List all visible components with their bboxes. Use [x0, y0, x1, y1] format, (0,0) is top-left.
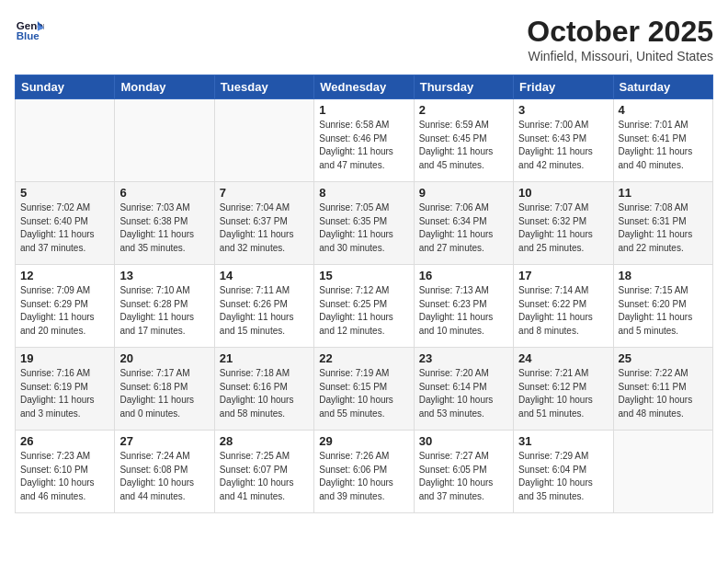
calendar-cell: 31Sunrise: 7:29 AM Sunset: 6:04 PM Dayli… [514, 431, 613, 513]
day-info: Sunrise: 7:01 AM Sunset: 6:41 PM Dayligh… [619, 119, 708, 172]
day-number: 18 [619, 269, 708, 282]
calendar-cell: 25Sunrise: 7:22 AM Sunset: 6:11 PM Dayli… [613, 348, 712, 431]
calendar-cell: 9Sunrise: 7:06 AM Sunset: 6:34 PM Daylig… [414, 182, 513, 265]
day-info: Sunrise: 6:59 AM Sunset: 6:45 PM Dayligh… [419, 119, 508, 172]
calendar-week-1: 1Sunrise: 6:58 AM Sunset: 6:46 PM Daylig… [16, 99, 713, 182]
day-number: 7 [220, 186, 309, 200]
day-info: Sunrise: 7:29 AM Sunset: 6:04 PM Dayligh… [518, 450, 608, 503]
weekday-header-sunday: Sunday [16, 75, 115, 99]
day-info: Sunrise: 6:58 AM Sunset: 6:46 PM Dayligh… [319, 119, 408, 172]
day-number: 11 [619, 186, 708, 200]
calendar-cell: 8Sunrise: 7:05 AM Sunset: 6:35 PM Daylig… [314, 182, 414, 265]
weekday-header-friday: Friday [514, 75, 613, 99]
calendar-cell: 23Sunrise: 7:20 AM Sunset: 6:14 PM Dayli… [414, 348, 513, 431]
day-info: Sunrise: 7:16 AM Sunset: 6:19 PM Dayligh… [20, 367, 109, 420]
day-number: 6 [119, 186, 209, 200]
calendar-cell: 22Sunrise: 7:19 AM Sunset: 6:15 PM Dayli… [314, 348, 414, 431]
day-number: 2 [419, 103, 508, 117]
day-info: Sunrise: 7:03 AM Sunset: 6:38 PM Dayligh… [119, 201, 209, 255]
day-info: Sunrise: 7:11 AM Sunset: 6:26 PM Dayligh… [220, 284, 309, 338]
day-info: Sunrise: 7:24 AM Sunset: 6:08 PM Dayligh… [119, 450, 209, 503]
calendar-table: SundayMondayTuesdayWednesdayThursdayFrid… [15, 75, 713, 513]
calendar-cell: 21Sunrise: 7:18 AM Sunset: 6:16 PM Dayli… [214, 348, 313, 431]
day-info: Sunrise: 7:26 AM Sunset: 6:06 PM Dayligh… [319, 450, 408, 503]
day-number: 25 [619, 351, 708, 365]
day-info: Sunrise: 7:04 AM Sunset: 6:37 PM Dayligh… [220, 201, 309, 255]
calendar-cell: 2Sunrise: 6:59 AM Sunset: 6:45 PM Daylig… [414, 99, 513, 182]
day-info: Sunrise: 7:13 AM Sunset: 6:23 PM Dayligh… [419, 284, 508, 338]
day-number: 14 [220, 269, 309, 282]
day-info: Sunrise: 7:00 AM Sunset: 6:43 PM Dayligh… [518, 119, 608, 172]
day-number: 19 [20, 351, 109, 365]
day-number: 8 [319, 186, 408, 200]
calendar-cell: 7Sunrise: 7:04 AM Sunset: 6:37 PM Daylig… [214, 182, 313, 265]
day-number: 4 [619, 103, 708, 117]
day-info: Sunrise: 7:25 AM Sunset: 6:07 PM Dayligh… [220, 450, 309, 503]
calendar-cell: 16Sunrise: 7:13 AM Sunset: 6:23 PM Dayli… [414, 265, 513, 348]
day-info: Sunrise: 7:06 AM Sunset: 6:34 PM Dayligh… [419, 201, 508, 255]
day-info: Sunrise: 7:08 AM Sunset: 6:31 PM Dayligh… [619, 201, 708, 255]
calendar-cell: 14Sunrise: 7:11 AM Sunset: 6:26 PM Dayli… [214, 265, 313, 348]
logo: General Blue [15, 15, 44, 44]
day-number: 5 [20, 186, 109, 200]
day-info: Sunrise: 7:15 AM Sunset: 6:20 PM Dayligh… [619, 284, 708, 338]
calendar-cell: 27Sunrise: 7:24 AM Sunset: 6:08 PM Dayli… [115, 431, 214, 513]
calendar-cell [613, 431, 712, 513]
day-info: Sunrise: 7:17 AM Sunset: 6:18 PM Dayligh… [119, 367, 209, 420]
day-info: Sunrise: 7:10 AM Sunset: 6:28 PM Dayligh… [119, 284, 209, 338]
weekday-header-monday: Monday [115, 75, 214, 99]
calendar-cell: 26Sunrise: 7:23 AM Sunset: 6:10 PM Dayli… [16, 431, 115, 513]
day-info: Sunrise: 7:05 AM Sunset: 6:35 PM Dayligh… [319, 201, 408, 255]
day-number: 26 [20, 434, 109, 448]
calendar-cell: 30Sunrise: 7:27 AM Sunset: 6:05 PM Dayli… [414, 431, 513, 513]
calendar-week-3: 12Sunrise: 7:09 AM Sunset: 6:29 PM Dayli… [16, 265, 713, 348]
day-number: 27 [119, 434, 209, 448]
calendar-cell: 1Sunrise: 6:58 AM Sunset: 6:46 PM Daylig… [314, 99, 414, 182]
calendar-cell: 28Sunrise: 7:25 AM Sunset: 6:07 PM Dayli… [214, 431, 313, 513]
day-number: 1 [319, 103, 408, 117]
day-info: Sunrise: 7:18 AM Sunset: 6:16 PM Dayligh… [220, 367, 309, 420]
calendar-cell [16, 99, 115, 182]
day-number: 21 [220, 351, 309, 365]
title-block: October 2025 Winfield, Missouri, United … [527, 15, 713, 63]
weekday-header-wednesday: Wednesday [314, 75, 414, 99]
day-number: 29 [319, 434, 408, 448]
day-info: Sunrise: 7:14 AM Sunset: 6:22 PM Dayligh… [518, 284, 608, 338]
day-number: 20 [119, 351, 209, 365]
weekday-header-saturday: Saturday [613, 75, 712, 99]
calendar-cell [214, 99, 313, 182]
day-number: 12 [20, 269, 109, 282]
weekday-header-thursday: Thursday [414, 75, 513, 99]
calendar-cell: 10Sunrise: 7:07 AM Sunset: 6:32 PM Dayli… [514, 182, 613, 265]
calendar-header-row: SundayMondayTuesdayWednesdayThursdayFrid… [16, 75, 713, 99]
calendar-cell: 29Sunrise: 7:26 AM Sunset: 6:06 PM Dayli… [314, 431, 414, 513]
day-number: 16 [419, 269, 508, 282]
calendar-week-5: 26Sunrise: 7:23 AM Sunset: 6:10 PM Dayli… [16, 431, 713, 513]
calendar-cell: 13Sunrise: 7:10 AM Sunset: 6:28 PM Dayli… [115, 265, 214, 348]
calendar-cell: 11Sunrise: 7:08 AM Sunset: 6:31 PM Dayli… [613, 182, 712, 265]
calendar-cell: 18Sunrise: 7:15 AM Sunset: 6:20 PM Dayli… [613, 265, 712, 348]
calendar-cell [115, 99, 214, 182]
day-info: Sunrise: 7:09 AM Sunset: 6:29 PM Dayligh… [20, 284, 109, 338]
calendar-cell: 6Sunrise: 7:03 AM Sunset: 6:38 PM Daylig… [115, 182, 214, 265]
calendar-cell: 19Sunrise: 7:16 AM Sunset: 6:19 PM Dayli… [16, 348, 115, 431]
day-number: 23 [419, 351, 508, 365]
day-info: Sunrise: 7:07 AM Sunset: 6:32 PM Dayligh… [518, 201, 608, 255]
calendar-cell: 15Sunrise: 7:12 AM Sunset: 6:25 PM Dayli… [314, 265, 414, 348]
day-info: Sunrise: 7:27 AM Sunset: 6:05 PM Dayligh… [419, 450, 508, 503]
month-title: October 2025 [527, 15, 713, 49]
calendar-cell: 24Sunrise: 7:21 AM Sunset: 6:12 PM Dayli… [514, 348, 613, 431]
day-info: Sunrise: 7:22 AM Sunset: 6:11 PM Dayligh… [619, 367, 708, 420]
day-number: 3 [518, 103, 608, 117]
day-number: 17 [518, 269, 608, 282]
day-number: 31 [518, 434, 608, 448]
day-number: 24 [518, 351, 608, 365]
day-info: Sunrise: 7:12 AM Sunset: 6:25 PM Dayligh… [319, 284, 408, 338]
page-header: General Blue October 2025 Winfield, Miss… [15, 15, 713, 63]
day-info: Sunrise: 7:23 AM Sunset: 6:10 PM Dayligh… [20, 450, 109, 503]
day-number: 15 [319, 269, 408, 282]
calendar-cell: 4Sunrise: 7:01 AM Sunset: 6:41 PM Daylig… [613, 99, 712, 182]
location: Winfield, Missouri, United States [527, 49, 713, 63]
calendar-cell: 20Sunrise: 7:17 AM Sunset: 6:18 PM Dayli… [115, 348, 214, 431]
logo-icon: General Blue [15, 15, 44, 44]
